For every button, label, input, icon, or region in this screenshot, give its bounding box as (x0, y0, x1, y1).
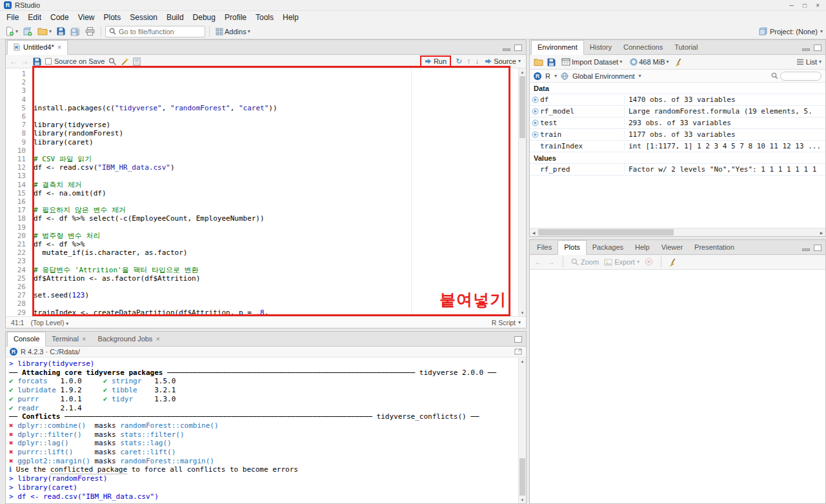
code-line[interactable]: library(randomForest) (34, 129, 518, 137)
code-line[interactable]: # 결측치 제거 (34, 181, 518, 189)
remove-plot-icon[interactable] (645, 257, 653, 266)
next-chunk-icon[interactable]: ↓ (475, 57, 479, 65)
expand-icon[interactable] (530, 119, 540, 126)
expand-icon[interactable] (530, 131, 540, 138)
language-selector[interactable]: R (545, 72, 550, 80)
tab-console[interactable]: Console (7, 332, 46, 347)
import-dataset-button[interactable]: Import Dataset ▾ (559, 57, 624, 67)
file-type-selector[interactable]: R Script (492, 319, 516, 327)
chevron-down-icon[interactable]: ▾ (248, 29, 250, 34)
show-in-window-icon[interactable] (514, 348, 522, 355)
scroll-right-icon[interactable]: ▶ (818, 228, 825, 236)
scrollbar-thumb[interactable] (538, 229, 674, 236)
minimize-pane-button[interactable] (802, 248, 810, 251)
env-row-trainIndex[interactable]: trainIndexint [1:1177, 1] 1 2 3 4 5 7 8 … (530, 141, 825, 152)
tab-presentation[interactable]: Presentation (689, 241, 740, 254)
print-button[interactable] (83, 26, 97, 37)
zoom-button[interactable]: Zoom (571, 258, 599, 266)
code-editor-area[interactable]: 1234567891011121314151617181920212223242… (6, 68, 526, 316)
tab-packages[interactable]: Packages (587, 241, 629, 254)
scroll-up-icon[interactable]: ▲ (519, 68, 526, 76)
tab-help[interactable]: Help (629, 241, 656, 254)
maximize-pane-button[interactable] (814, 45, 821, 51)
code-line[interactable] (34, 112, 518, 121)
window-minimize-button[interactable]: ─ (789, 2, 794, 9)
tab-history[interactable]: History (584, 41, 618, 54)
tab-files[interactable]: Files (531, 241, 558, 254)
chevron-down-icon[interactable]: ▾ (15, 29, 18, 34)
save-workspace-icon[interactable] (547, 58, 556, 66)
forward-icon[interactable]: → (547, 258, 555, 266)
export-button[interactable]: Export ▾ (604, 258, 640, 266)
source-on-save-checkbox[interactable]: Source on Save (45, 57, 105, 65)
code-line[interactable] (34, 96, 518, 104)
scope-selector[interactable]: (Top Level) ▾ (30, 319, 68, 327)
code-line[interactable]: df <- read.csv("IBM_HR_data.csv") (34, 163, 518, 172)
addins-button[interactable]: Addins ▾ (214, 26, 252, 37)
tab-tutorial[interactable]: Tutorial (669, 41, 703, 54)
menu-tools[interactable]: Tools (251, 12, 278, 23)
new-project-button[interactable] (21, 26, 34, 37)
env-row-df[interactable]: df1470 obs. of 33 variables (530, 94, 825, 106)
chevron-down-icon[interactable]: ▾ (820, 29, 823, 34)
scroll-down-icon[interactable]: ▼ (519, 496, 526, 503)
menu-plots[interactable]: Plots (99, 12, 126, 23)
tab-environment[interactable]: Environment (531, 40, 584, 55)
source-button[interactable]: Source ▾ (483, 57, 522, 66)
expand-icon[interactable] (530, 96, 540, 103)
code-line[interactable]: # CSV 파일 읽기 (34, 155, 518, 163)
editor-scrollbar[interactable]: ▲ ▼ (518, 68, 526, 316)
maximize-pane-button[interactable] (814, 245, 821, 251)
code-line[interactable]: install.packages(c("tidyverse", "randomF… (34, 104, 518, 112)
menu-view[interactable]: View (74, 12, 99, 23)
menu-edit[interactable]: Edit (23, 12, 46, 23)
maximize-pane-button[interactable] (514, 45, 522, 51)
back-icon[interactable]: ← (534, 258, 542, 266)
code-line[interactable]: df <- df %>% (34, 240, 518, 248)
chevron-down-icon[interactable]: ▾ (639, 74, 641, 79)
new-file-button[interactable]: ▾ (3, 25, 20, 37)
clear-plots-broom-icon[interactable] (669, 258, 678, 267)
open-file-button[interactable]: ▾ (35, 26, 54, 37)
memory-usage-button[interactable]: 468 MiB ▾ (628, 57, 670, 67)
menu-session[interactable]: Session (125, 12, 162, 23)
chevron-down-icon[interactable]: ▾ (819, 59, 821, 65)
scroll-left-icon[interactable]: ◀ (530, 228, 538, 236)
checkbox-icon[interactable] (45, 58, 52, 65)
scroll-up-icon[interactable]: ▲ (519, 358, 526, 365)
window-maximize-button[interactable]: □ (803, 2, 807, 9)
previous-chunk-icon[interactable]: ↑ (467, 57, 470, 65)
tab-untitled4[interactable]: R Untitled4* × (7, 40, 68, 55)
code-line[interactable]: library(caret) (34, 138, 518, 146)
code-line[interactable]: mutate_if(is.character, as.factor) (34, 248, 518, 257)
chevron-down-icon[interactable]: ▾ (554, 74, 557, 79)
load-workspace-icon[interactable] (534, 58, 543, 66)
menu-debug[interactable]: Debug (188, 12, 220, 23)
close-icon[interactable]: × (82, 336, 86, 343)
chevron-down-icon[interactable]: ▾ (49, 29, 52, 34)
minimize-pane-button[interactable] (503, 48, 510, 51)
tab-terminal[interactable]: Terminal× (46, 332, 92, 346)
goto-file-input[interactable] (119, 28, 201, 35)
console-scrollbar[interactable]: ▲ ▼ (518, 358, 526, 503)
close-icon[interactable]: × (57, 44, 61, 51)
code-line[interactable]: # 범주형 변수 처리 (34, 232, 518, 240)
save-button[interactable] (55, 26, 67, 37)
menu-help[interactable]: Help (278, 12, 303, 23)
save-all-button[interactable] (68, 26, 82, 37)
clear-objects-broom-icon[interactable] (675, 58, 683, 66)
environment-hscrollbar[interactable]: ◀ ▶ (530, 228, 825, 236)
tab-plots[interactable]: Plots (558, 240, 586, 255)
menu-file[interactable]: File (2, 12, 23, 23)
save-icon[interactable] (33, 57, 41, 66)
menu-profile[interactable]: Profile (220, 12, 251, 23)
code-tools-wand-icon[interactable] (121, 57, 129, 66)
console-output[interactable]: > library(tidyverse)── Attaching core ti… (6, 358, 518, 503)
tab-connections[interactable]: Connections (618, 41, 669, 54)
tab-background-jobs[interactable]: Background Jobs× (92, 332, 165, 346)
chevron-down-icon[interactable]: ▾ (620, 59, 622, 65)
environment-search-input[interactable] (780, 72, 821, 81)
minimize-pane-button[interactable] (802, 48, 810, 51)
code-line[interactable]: library(tidyverse) (34, 121, 518, 129)
code-line[interactable] (34, 197, 518, 206)
